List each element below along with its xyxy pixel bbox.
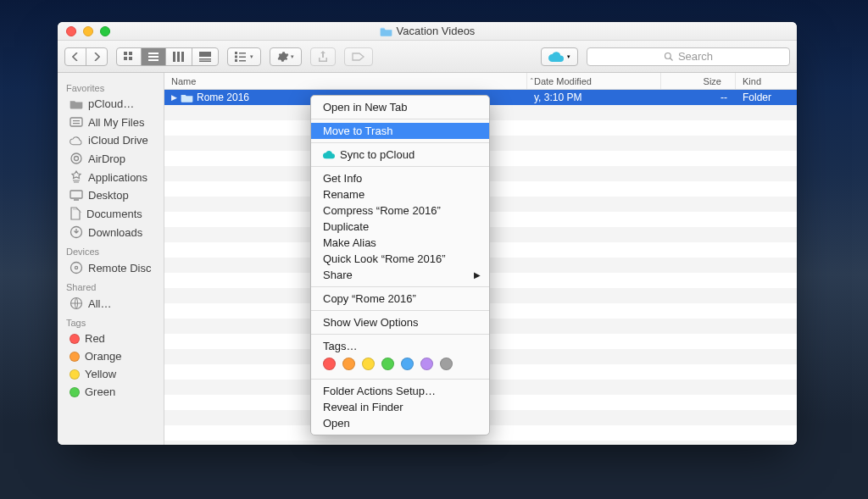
tag-color-red[interactable]	[323, 358, 336, 370]
column-header-row: Name ˄ Date Modified Size Kind	[164, 73, 797, 90]
window-title: Vacation Videos	[58, 25, 797, 37]
svg-rect-9	[181, 52, 184, 62]
pcloud-icon	[323, 150, 335, 159]
row-date: y, 3:10 PM	[527, 91, 661, 103]
sidebar-item-documents[interactable]: Documents	[58, 204, 164, 223]
sidebar: Favorites pCloud… All My Files iCloud Dr…	[58, 73, 164, 445]
tag-color-purple[interactable]	[420, 358, 433, 370]
menu-view-options[interactable]: Show View Options	[311, 314, 489, 330]
list-view-button[interactable]	[142, 48, 166, 65]
documents-icon	[70, 207, 81, 220]
sort-indicator-icon: ˄	[530, 77, 534, 86]
back-button[interactable]	[65, 48, 86, 65]
column-size[interactable]: Size	[661, 73, 736, 89]
sidebar-tag-red[interactable]: Red	[58, 330, 164, 347]
sidebar-item-desktop[interactable]: Desktop	[58, 186, 164, 204]
menu-sync-pcloud[interactable]: Sync to pCloud	[311, 147, 489, 163]
sidebar-item-pcloud[interactable]: pCloud…	[58, 95, 164, 113]
svg-rect-10	[199, 52, 211, 57]
sidebar-item-downloads[interactable]: Downloads	[58, 223, 164, 241]
sidebar-item-airdrop[interactable]: AirDrop	[58, 149, 164, 168]
sidebar-item-all-my-files[interactable]: All My Files	[58, 113, 164, 131]
sidebar-tag-yellow[interactable]: Yellow	[58, 365, 164, 383]
sidebar-shared-header: Shared	[58, 277, 164, 294]
tag-color-yellow[interactable]	[362, 358, 375, 370]
menu-open-new-tab[interactable]: Open in New Tab	[311, 99, 489, 115]
column-date[interactable]: Date Modified	[527, 73, 661, 89]
menu-tag-colors	[311, 354, 489, 375]
context-menu: Open in New Tab Move to Trash Sync to pC…	[310, 95, 490, 435]
window-title-text: Vacation Videos	[397, 25, 476, 37]
column-name[interactable]: Name	[164, 73, 527, 89]
svg-rect-3	[129, 57, 132, 60]
menu-open[interactable]: Open	[311, 415, 489, 431]
tag-dot-icon	[70, 387, 80, 397]
tag-dot-icon	[70, 352, 80, 362]
downloads-icon	[70, 225, 83, 239]
svg-rect-8	[177, 52, 180, 62]
sidebar-item-remote-disc[interactable]: Remote Disc	[58, 258, 164, 277]
menu-reveal-in-finder[interactable]: Reveal in Finder	[311, 399, 489, 415]
sidebar-item-applications[interactable]: Applications	[58, 168, 164, 186]
disclosure-triangle-icon[interactable]: ▶	[171, 93, 177, 102]
svg-rect-22	[73, 120, 80, 121]
share-icon	[318, 51, 328, 63]
svg-line-20	[670, 58, 672, 60]
zoom-window-button[interactable]	[100, 26, 110, 36]
svg-rect-7	[173, 52, 175, 62]
sidebar-tag-orange[interactable]: Orange	[58, 347, 164, 365]
sidebar-tag-green[interactable]: Green	[58, 383, 164, 401]
tag-color-green[interactable]	[381, 358, 394, 370]
menu-folder-actions[interactable]: Folder Actions Setup…	[311, 383, 489, 399]
menu-duplicate[interactable]: Duplicate	[311, 219, 489, 235]
svg-rect-6	[148, 59, 159, 61]
menu-get-info[interactable]: Get Info	[311, 170, 489, 186]
coverflow-view-button[interactable]	[192, 48, 218, 65]
close-window-button[interactable]	[66, 26, 76, 36]
column-kind[interactable]: Kind	[736, 73, 797, 89]
menu-copy[interactable]: Copy “Rome 2016”	[311, 291, 489, 307]
svg-point-25	[75, 157, 79, 161]
traffic-lights	[66, 26, 110, 36]
svg-point-32	[75, 266, 77, 269]
svg-rect-0	[124, 52, 127, 55]
icon-view-button[interactable]	[117, 48, 142, 65]
tag-color-blue[interactable]	[401, 358, 414, 370]
arrange-button[interactable]: ▾	[228, 48, 260, 65]
tag-color-gray[interactable]	[440, 358, 453, 370]
cloud-icon	[548, 52, 564, 62]
menu-compress[interactable]: Compress “Rome 2016”	[311, 202, 489, 219]
pcloud-toolbar-button[interactable]: ▾	[541, 47, 578, 66]
forward-button[interactable]	[86, 48, 107, 65]
disc-icon	[70, 261, 83, 274]
view-switcher	[116, 47, 219, 66]
menu-quick-look[interactable]: Quick Look “Rome 2016”	[311, 251, 489, 267]
svg-rect-15	[235, 55, 237, 58]
tags-toolbar-button[interactable]	[344, 47, 373, 66]
menu-move-to-trash[interactable]: Move to Trash	[311, 123, 489, 139]
menu-rename[interactable]: Rename	[311, 186, 489, 202]
action-button[interactable]: ▾	[270, 48, 301, 65]
column-view-button[interactable]	[166, 48, 192, 65]
search-icon	[664, 52, 674, 62]
submenu-arrow-icon: ▶	[474, 270, 481, 280]
svg-point-31	[71, 263, 82, 274]
svg-rect-14	[239, 53, 246, 54]
minimize-window-button[interactable]	[83, 26, 93, 36]
menu-tags[interactable]: Tags…	[311, 338, 489, 354]
search-input[interactable]: Search	[587, 47, 790, 66]
tag-color-orange[interactable]	[342, 358, 355, 370]
menu-share[interactable]: Share▶	[311, 267, 489, 283]
share-toolbar-button[interactable]	[310, 47, 336, 66]
svg-rect-12	[199, 60, 211, 62]
search-placeholder: Search	[678, 50, 713, 63]
airdrop-icon	[70, 152, 83, 165]
cloud-icon	[70, 136, 83, 146]
sidebar-item-icloud-drive[interactable]: iCloud Drive	[58, 131, 164, 149]
titlebar: Vacation Videos	[58, 22, 797, 41]
svg-rect-1	[129, 52, 132, 55]
sidebar-item-shared-all[interactable]: All…	[58, 294, 164, 313]
svg-rect-28	[70, 191, 82, 198]
menu-make-alias[interactable]: Make Alias	[311, 235, 489, 251]
svg-rect-4	[148, 53, 159, 54]
